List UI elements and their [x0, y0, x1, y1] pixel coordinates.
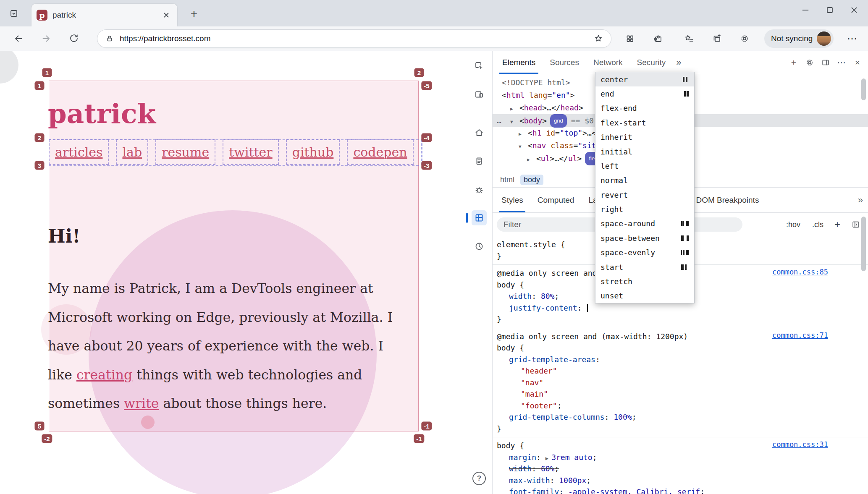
browser-menu-button[interactable]: ⋯: [843, 30, 861, 47]
css-line[interactable]: }: [493, 314, 868, 325]
devtools-tab-sources[interactable]: Sources: [543, 51, 586, 74]
nav-item-github[interactable]: github: [286, 139, 340, 165]
css-line[interactable]: grid-template-columns: 100%;: [493, 411, 868, 423]
help-button[interactable]: ?: [472, 471, 487, 486]
tab-actions-button[interactable]: [6, 5, 22, 21]
autocomplete-option-initial[interactable]: initial: [595, 144, 694, 159]
breadcrumb-html[interactable]: html: [497, 175, 518, 185]
autocomplete-option-normal[interactable]: normal: [595, 173, 694, 188]
css-line[interactable]: "header": [493, 365, 868, 377]
expand-arrow-icon[interactable]: ▶: [510, 103, 519, 115]
autocomplete-option-stretch[interactable]: stretch: [595, 274, 694, 288]
devtools-tab-elements[interactable]: Elements: [495, 51, 543, 74]
class-toggle[interactable]: .cls: [809, 219, 827, 231]
minimize-button[interactable]: [793, 0, 818, 20]
browser-tab[interactable]: p patrick: [31, 4, 177, 26]
devtools-settings-button[interactable]: [802, 55, 818, 71]
dock-side-button[interactable]: [818, 55, 834, 71]
more-sidebar-tabs-button[interactable]: »: [855, 195, 866, 206]
autocomplete-option-left[interactable]: left: [595, 159, 694, 173]
stylesheet-link[interactable]: common.css:85: [772, 268, 828, 276]
new-style-rule-button[interactable]: +: [832, 219, 843, 230]
new-tab-button[interactable]: +: [186, 6, 202, 21]
sidebar-tab-dom-breakpoints[interactable]: DOM Breakpoints: [689, 188, 766, 212]
inspect-element-button[interactable]: [472, 58, 487, 73]
close-devtools-button[interactable]: ×: [850, 55, 865, 71]
nav-item-codepen[interactable]: codepen: [347, 139, 413, 165]
devtools-tab-network[interactable]: Network: [586, 51, 630, 74]
autocomplete-option-inherit[interactable]: inherit: [595, 130, 694, 144]
performance-button[interactable]: [472, 239, 487, 254]
issues-button[interactable]: [472, 182, 487, 197]
profile-button[interactable]: Not syncing: [764, 29, 834, 48]
nav-item-lab[interactable]: lab: [116, 139, 148, 165]
nav-item-resume[interactable]: resume: [155, 139, 215, 165]
grid-line-badge: -4: [421, 133, 432, 142]
grid-badge[interactable]: grid: [550, 114, 567, 128]
nav-item-articles[interactable]: articles: [49, 139, 109, 165]
address-bar[interactable]: https://patrickbrosset.com: [97, 29, 611, 48]
welcome-home-button[interactable]: [472, 125, 487, 140]
dom-scrollbar[interactable]: [861, 78, 866, 100]
hover-state-toggle[interactable]: :hov: [783, 219, 804, 231]
autocomplete-option-center[interactable]: center: [595, 72, 694, 86]
expand-arrow-icon[interactable]: ▶: [519, 128, 528, 141]
refresh-button[interactable]: [65, 30, 83, 47]
sidebar-tab-computed[interactable]: Computed: [530, 188, 582, 212]
sidebar-tab-styles[interactable]: Styles: [494, 188, 530, 212]
extensions-icon[interactable]: [649, 30, 667, 47]
devtools-tab-security[interactable]: Security: [630, 51, 673, 74]
autocomplete-option-flex-end[interactable]: flex-end: [595, 101, 694, 115]
browser-titlebar: p patrick +: [0, 0, 868, 26]
back-button[interactable]: [10, 30, 27, 47]
text-link-creating[interactable]: creating: [76, 367, 132, 382]
css-line[interactable]: max-width: 1000px;: [493, 475, 868, 486]
css-line[interactable]: margin: ▶ 3rem auto;: [493, 452, 868, 463]
css-line[interactable]: "main": [493, 388, 868, 400]
more-tabs-button[interactable]: »: [673, 57, 684, 68]
close-window-button[interactable]: [842, 0, 866, 20]
url-text: https://patrickbrosset.com: [120, 34, 593, 43]
css-line[interactable]: }: [493, 423, 868, 435]
breadcrumb-body[interactable]: body: [520, 175, 543, 185]
add-panel-button[interactable]: +: [786, 55, 802, 71]
styles-scrollbar[interactable]: [861, 217, 866, 271]
tab-close-icon[interactable]: [160, 9, 172, 21]
autocomplete-option-end[interactable]: end: [595, 86, 694, 101]
stylesheet-link[interactable]: common.css:31: [772, 440, 828, 449]
collections-icon[interactable]: [708, 30, 726, 47]
autocomplete-option-unset[interactable]: unset: [595, 289, 694, 303]
text-link-write[interactable]: write: [124, 396, 159, 411]
css-line[interactable]: font-family: -apple-system, Calibri, ser…: [493, 486, 868, 494]
nav-item-twitter[interactable]: twitter: [223, 139, 279, 165]
css-line[interactable]: "footer";: [493, 400, 868, 412]
autocomplete-option-flex-start[interactable]: flex-start: [595, 115, 694, 130]
autocomplete-option-space-around[interactable]: space-around: [595, 217, 694, 231]
grid-line-badge: 3: [35, 161, 45, 170]
favorites-icon[interactable]: [680, 30, 698, 47]
equals-dollar-zero: == $0: [571, 116, 594, 125]
autocomplete-option-right[interactable]: right: [595, 202, 694, 216]
add-favorite-star-icon[interactable]: [593, 34, 603, 44]
device-toolbar-button[interactable]: [472, 87, 487, 102]
css-line[interactable]: width: 60%;: [493, 463, 868, 475]
autocomplete-option-start[interactable]: start: [595, 260, 694, 274]
forward-button[interactable]: [37, 30, 55, 47]
layout-button[interactable]: [472, 210, 487, 225]
grid-apps-icon[interactable]: [621, 30, 639, 47]
css-line[interactable]: grid-template-areas:: [493, 354, 868, 366]
css-line[interactable]: justify-content:: [493, 302, 868, 314]
autocomplete-option-revert[interactable]: revert: [595, 188, 694, 202]
css-line[interactable]: "nav": [493, 377, 868, 389]
lock-icon[interactable]: [105, 34, 114, 44]
maximize-button[interactable]: [818, 0, 842, 20]
stylesheet-link[interactable]: common.css:71: [772, 331, 828, 340]
expand-arrow-icon[interactable]: ▶: [527, 154, 536, 166]
documentation-button[interactable]: [472, 154, 487, 169]
css-line[interactable]: body {: [493, 342, 868, 354]
gear-icon[interactable]: [736, 30, 753, 47]
collapse-arrow-icon[interactable]: ▼: [519, 141, 528, 153]
autocomplete-option-space-between[interactable]: space-between: [595, 231, 694, 245]
devtools-more-button[interactable]: ⋯: [834, 55, 850, 71]
autocomplete-option-space-evenly[interactable]: space-evenly: [595, 246, 694, 260]
